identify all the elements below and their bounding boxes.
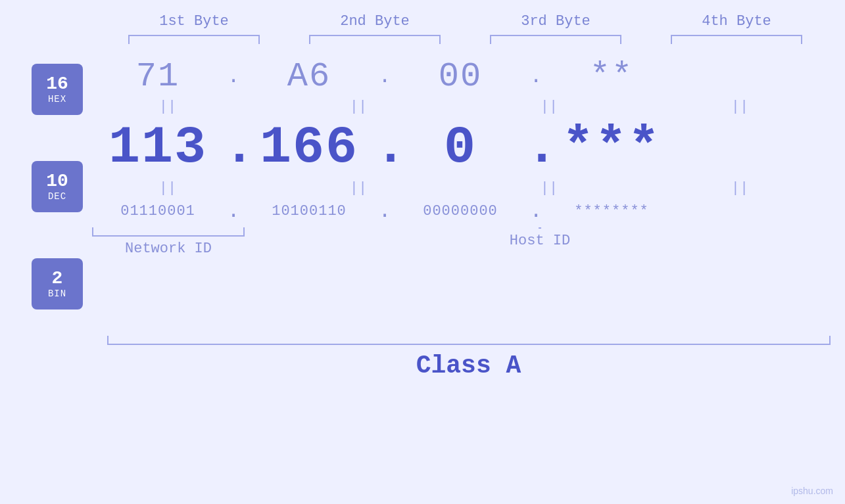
- host-id-label: Host ID: [510, 233, 570, 249]
- byte4-header: 4th Byte: [664, 13, 809, 30]
- bracket-top-1: [128, 35, 260, 44]
- hex-b2: A6: [243, 57, 375, 96]
- bin-b4: ********: [546, 203, 677, 219]
- hex-badge: 16 HEX: [32, 64, 83, 115]
- network-id-bracket: [92, 227, 245, 237]
- bin-dot1: .: [224, 199, 243, 223]
- class-bracket: [107, 336, 831, 345]
- host-id-block: Host ID: [264, 227, 815, 249]
- dec-b3: 0: [395, 118, 526, 177]
- hex-dot3: .: [526, 64, 546, 89]
- equals-row-1: || || || ||: [92, 99, 815, 115]
- eq2-b3: ||: [483, 180, 615, 196]
- bin-b1: 01110001: [92, 203, 224, 219]
- dec-dot1: .: [224, 118, 243, 177]
- byte3-header: 3rd Byte: [483, 13, 628, 30]
- byte1-header: 1st Byte: [122, 13, 266, 30]
- bin-label: BIN: [48, 288, 66, 299]
- base-badges: 16 HEX 10 DEC 2 BIN: [0, 57, 92, 323]
- bin-num: 2: [52, 269, 63, 289]
- dec-dot2: .: [375, 118, 395, 177]
- network-id-label: Network ID: [92, 241, 245, 257]
- bin-b2: 10100110: [243, 203, 375, 219]
- equals-row-2: || || || ||: [92, 180, 815, 196]
- byte2-header: 2nd Byte: [302, 13, 447, 30]
- eq1-b3: ||: [483, 99, 615, 115]
- dec-dot3: .: [526, 118, 546, 177]
- watermark: ipshu.com: [791, 486, 833, 496]
- hex-label: HEX: [48, 94, 66, 104]
- hex-b3: 00: [395, 57, 526, 96]
- class-row: Class A: [107, 336, 831, 380]
- hex-num: 16: [46, 74, 68, 95]
- bin-b3: 00000000: [395, 203, 526, 219]
- hex-dot1: .: [224, 64, 243, 89]
- hex-b1: 71: [92, 57, 224, 96]
- bin-badge: 2 BIN: [32, 258, 83, 309]
- content-area: 16 HEX 10 DEC 2 BIN 71 .: [0, 57, 845, 323]
- dec-b2: 166: [243, 118, 375, 177]
- eq1-b1: ||: [102, 99, 233, 115]
- bin-dot3: .: [526, 199, 546, 223]
- dec-num: 10: [46, 172, 68, 192]
- dec-b4: ***: [546, 118, 677, 177]
- eq1-b4: ||: [674, 99, 806, 115]
- eq2-b1: ||: [102, 180, 233, 196]
- dec-b1: 113: [92, 118, 224, 177]
- dec-label: DEC: [48, 191, 66, 202]
- right-rows: 71 . A6 . 00 . ** || ||: [92, 57, 845, 323]
- dec-badge: 10 DEC: [32, 161, 83, 212]
- hex-dot2: .: [375, 64, 395, 89]
- eq2-b4: ||: [674, 180, 806, 196]
- host-id-bracket: [539, 227, 541, 229]
- network-id-block: Network ID: [92, 227, 245, 257]
- dec-row: 113 . 166 . 0 . ***: [92, 118, 815, 177]
- main-container: 1st Byte 2nd Byte 3rd Byte 4th Byte 16 H…: [0, 0, 845, 504]
- hex-b4: **: [546, 57, 677, 96]
- bracket-top-2: [309, 35, 441, 44]
- hex-row: 71 . A6 . 00 . **: [92, 57, 815, 96]
- bottom-brackets: Network ID Host ID: [92, 227, 815, 257]
- top-brackets: [104, 35, 827, 44]
- bracket-top-3: [490, 35, 621, 44]
- class-label: Class A: [107, 352, 831, 380]
- byte-headers: 1st Byte 2nd Byte 3rd Byte 4th Byte: [104, 13, 827, 30]
- bin-dot2: .: [375, 199, 395, 223]
- eq1-b2: ||: [293, 99, 424, 115]
- bracket-top-4: [671, 35, 802, 44]
- eq2-b2: ||: [293, 180, 424, 196]
- bin-row: 01110001 . 10100110 . 00000000 . *******…: [92, 199, 815, 223]
